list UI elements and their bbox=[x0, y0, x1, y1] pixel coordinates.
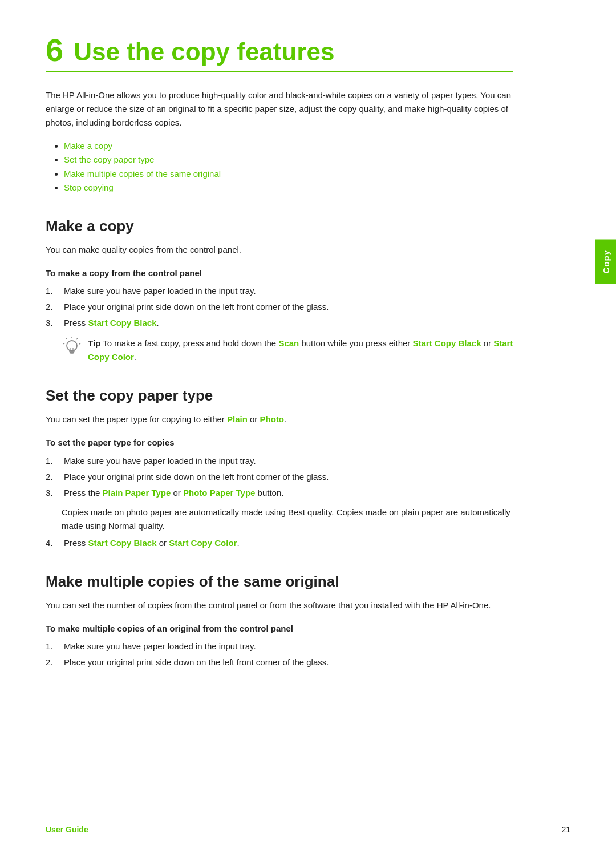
footer-page-number: 21 bbox=[561, 824, 570, 836]
toc-link-1[interactable]: Make a copy bbox=[64, 141, 112, 151]
make-a-copy-steps: 1. Make sure you have paper loaded in th… bbox=[46, 284, 513, 330]
toc-item-2[interactable]: Set the copy paper type bbox=[64, 153, 513, 167]
toc-item-1[interactable]: Make a copy bbox=[64, 140, 513, 153]
set-paper-step4: 4. Press Start Copy Black or Start Copy … bbox=[46, 536, 513, 550]
step-2c: 2. Place your original print side down o… bbox=[46, 656, 513, 669]
footer-label: User Guide bbox=[46, 824, 88, 836]
subsection-title-set-paper: To set the paper type for copies bbox=[46, 436, 513, 450]
lightbulb-icon bbox=[63, 337, 81, 359]
subsection-title-multiple-copies: To make multiple copies of an original f… bbox=[46, 622, 513, 636]
chapter-number: 6 bbox=[46, 34, 63, 66]
section-intro-set-copy-paper: You can set the paper type for copying t… bbox=[46, 413, 513, 426]
set-paper-steps: 1. Make sure you have paper loaded in th… bbox=[46, 454, 513, 500]
section-intro-make-a-copy: You can make quality copies from the con… bbox=[46, 243, 513, 257]
svg-line-1 bbox=[76, 338, 78, 339]
multiple-copies-steps: 1. Make sure you have paper loaded in th… bbox=[46, 640, 513, 669]
step-2b: 2. Place your original print side down o… bbox=[46, 470, 513, 484]
subsection-title-make-a-copy: To make a copy from the control panel bbox=[46, 267, 513, 280]
intro-text: The HP All-in-One allows you to produce … bbox=[46, 88, 513, 130]
toc-list: Make a copy Set the copy paper type Make… bbox=[64, 140, 513, 195]
tip-box: Tip To make a fast copy, press and hold … bbox=[62, 337, 513, 364]
toc-item-3[interactable]: Make multiple copies of the same origina… bbox=[64, 168, 513, 181]
svg-rect-7 bbox=[70, 352, 74, 353]
toc-link-4[interactable]: Stop copying bbox=[64, 183, 114, 192]
step-1a: 1. Make sure you have paper loaded in th… bbox=[46, 284, 513, 298]
step-3a: 3. Press Start Copy Black. bbox=[46, 316, 513, 330]
step-1c: 1. Make sure you have paper loaded in th… bbox=[46, 640, 513, 653]
toc-link-2[interactable]: Set the copy paper type bbox=[64, 155, 154, 164]
tip-icon bbox=[62, 337, 82, 359]
svg-line-3 bbox=[66, 338, 67, 339]
section-intro-multiple-copies: You can set the number of copies from th… bbox=[46, 599, 513, 612]
toc-link-3[interactable]: Make multiple copies of the same origina… bbox=[64, 169, 221, 179]
tip-label: Tip bbox=[88, 338, 100, 348]
side-tab-copy: Copy bbox=[595, 240, 616, 284]
paper-type-note: Copies made on photo paper are automatic… bbox=[62, 506, 513, 533]
section-title-multiple-copies: Make multiple copies of the same origina… bbox=[46, 571, 513, 593]
tip-text: Tip To make a fast copy, press and hold … bbox=[88, 337, 513, 364]
svg-point-5 bbox=[67, 341, 77, 351]
step-3b: 3. Press the Plain Paper Type or Photo P… bbox=[46, 486, 513, 500]
svg-line-4 bbox=[63, 343, 64, 344]
chapter-header: 6 Use the copy features bbox=[46, 34, 513, 72]
section-title-make-a-copy: Make a copy bbox=[46, 215, 513, 237]
section-title-set-copy-paper: Set the copy paper type bbox=[46, 385, 513, 407]
step-1b: 1. Make sure you have paper loaded in th… bbox=[46, 454, 513, 468]
toc-item-4[interactable]: Stop copying bbox=[64, 181, 513, 195]
footer: User Guide 21 bbox=[46, 824, 570, 836]
chapter-title: Use the copy features bbox=[74, 34, 334, 67]
step-4b: 4. Press Start Copy Black or Start Copy … bbox=[46, 536, 513, 550]
svg-line-2 bbox=[79, 343, 80, 344]
step-2a: 2. Place your original print side down o… bbox=[46, 300, 513, 314]
